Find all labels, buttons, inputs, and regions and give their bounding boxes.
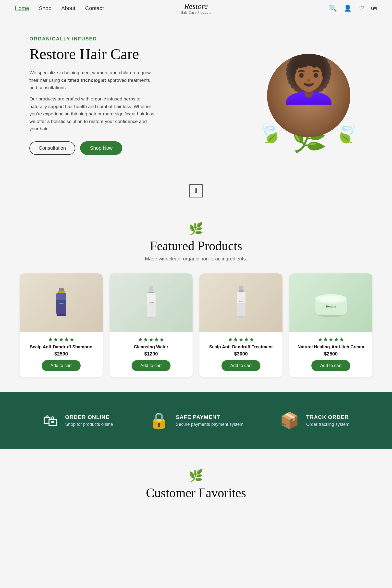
search-icon[interactable]: 🔍: [329, 4, 337, 12]
add-to-cart-2[interactable]: Add to cart: [222, 360, 260, 371]
svg-rect-6: [150, 286, 153, 292]
safe-payment-icon: 🔒: [149, 411, 169, 430]
trust-item-payment: 🔒 SAFE PAYMENT Secure payments payment s…: [149, 411, 243, 430]
bag-icon[interactable]: 🛍: [371, 4, 377, 12]
svg-rect-9: [147, 293, 156, 303]
product-image-shampoo: Restore: [20, 274, 103, 332]
navbar: Home Shop About Contact Restore Hair Car…: [0, 0, 392, 16]
track-order-title: TRACK ORDER: [306, 414, 349, 420]
order-online-icon: 🛍: [43, 412, 58, 430]
svg-rect-13: [239, 286, 243, 290]
hero-desc2: Our products are crafted with organic in…: [30, 95, 157, 132]
hero-buttons: Consultation Shop Now: [30, 141, 157, 155]
product-stars-0: ★★★★★: [48, 336, 75, 343]
hero-section: ORGANICALLY INFUSED Restore Hair Care We…: [0, 16, 392, 174]
product-price-0: $2500: [54, 351, 68, 357]
nav-about[interactable]: About: [61, 5, 76, 12]
site-logo: Restore Hair Care Products: [180, 2, 211, 15]
product-price-2: $3000: [234, 351, 248, 357]
hero-text: ORGANICALLY INFUSED Restore Hair Care We…: [30, 36, 157, 155]
treatment-bottle-svg: Restore: [231, 283, 251, 322]
heart-icon[interactable]: ♡: [358, 4, 364, 12]
product-name-3: Natural Healing-Anti-Itch Cream: [294, 344, 367, 350]
shampoo-bottle-svg: Restore: [52, 283, 71, 322]
product-card-shampoo: Restore ★★★★★ Scalp Anti-Dandruff Shampo…: [20, 274, 103, 377]
fav-leaf-icon: 🌿: [20, 469, 372, 483]
svg-point-18: [237, 316, 246, 318]
scroll-arrow[interactable]: ⬇: [0, 174, 392, 207]
svg-point-12: [147, 316, 156, 318]
product-image-cream: Restore: [289, 274, 372, 332]
safe-payment-title: SAFE PAYMENT: [176, 414, 243, 420]
cream-jar-svg: Restore: [312, 283, 350, 322]
add-to-cart-0[interactable]: Add to cart: [42, 360, 80, 371]
track-order-icon: 📦: [280, 411, 300, 430]
products-grid: Restore ★★★★★ Scalp Anti-Dandruff Shampo…: [20, 274, 372, 377]
track-order-sub: Order tracking system: [306, 422, 349, 427]
svg-rect-2: [56, 293, 66, 300]
cleansing-bottle-svg: Cleansing Water: [141, 281, 161, 325]
product-price-1: $1200: [144, 351, 158, 357]
svg-text:Restore: Restore: [239, 300, 243, 302]
customer-favorites-section: 🌿 Customer Favorites: [0, 449, 392, 514]
consultation-button[interactable]: Consultation: [30, 141, 75, 155]
user-icon[interactable]: 👤: [344, 4, 352, 12]
fav-title: Customer Favorites: [20, 486, 372, 500]
order-online-text: ORDER ONLINE Shop for products online: [65, 414, 113, 427]
product-stars-1: ★★★★★: [138, 336, 165, 343]
svg-text:Water: Water: [150, 304, 153, 306]
svg-rect-14: [239, 290, 244, 292]
add-to-cart-1[interactable]: Add to cart: [132, 360, 170, 371]
add-to-cart-3[interactable]: Add to cart: [312, 360, 350, 371]
nav-home[interactable]: Home: [15, 5, 29, 12]
product-stars-3: ★★★★★: [318, 336, 344, 343]
trust-banner: 🛍 ORDER ONLINE Shop for products online …: [0, 392, 392, 449]
shop-now-button[interactable]: Shop Now: [80, 141, 122, 155]
product-name-0: Scalp Anti-Dandruff Shampoo: [27, 344, 95, 350]
svg-rect-5: [59, 288, 64, 291]
hero-title: Restore Hair Care: [30, 46, 157, 62]
safe-payment-text: SAFE PAYMENT Secure payments payment sys…: [176, 414, 243, 427]
svg-text:Cleansing: Cleansing: [149, 302, 154, 303]
section-header: 🌿 Featured Products Made with clean, org…: [20, 222, 372, 262]
nav-links: Home Shop About Contact: [15, 5, 104, 12]
logo-name: Restore: [180, 2, 211, 11]
featured-subtitle: Made with clean, organic non-toxic ingre…: [20, 256, 372, 262]
svg-text:Restore: Restore: [59, 303, 64, 304]
product-image-cleansing: Cleansing Water: [110, 274, 192, 332]
product-image-treatment: Restore: [200, 274, 282, 332]
nav-shop[interactable]: Shop: [39, 5, 52, 12]
track-order-text: TRACK ORDER Order tracking system: [306, 414, 349, 427]
product-stars-2: ★★★★★: [228, 336, 254, 343]
hero-image: 👩🏾‍🦱 🌿 🍃 🍃: [157, 37, 362, 154]
product-name-1: Cleansing Water: [131, 344, 171, 350]
product-card-cleansing: Cleansing Water ★★★★★ Cleansing Water $1…: [110, 274, 192, 377]
hero-tag: ORGANICALLY INFUSED: [30, 36, 157, 42]
svg-point-23: [319, 296, 343, 302]
featured-title: Featured Products: [20, 239, 372, 253]
nav-icons: 🔍 👤 ♡ 🛍: [329, 4, 377, 12]
product-card-cream: Restore ★★★★★ Natural Healing-Anti-Itch …: [289, 274, 372, 377]
section-leaf-icon: 🌿: [20, 222, 372, 236]
featured-section: 🌿 Featured Products Made with clean, org…: [0, 207, 392, 392]
logo-tagline: Hair Care Products: [180, 11, 211, 15]
svg-point-4: [56, 314, 66, 316]
product-price-3: $2500: [324, 351, 338, 357]
nav-contact[interactable]: Contact: [85, 5, 104, 12]
svg-rect-7: [148, 292, 154, 293]
product-card-treatment: Restore ★★★★★ Scalp Anti-Dandruff Treatm…: [200, 274, 282, 377]
trust-item-track: 📦 TRACK ORDER Order tracking system: [280, 411, 349, 430]
fav-header: 🌿 Customer Favorites: [20, 469, 372, 500]
hero-desc1: We specialize in helping men, women, and…: [30, 69, 157, 92]
scroll-down-icon[interactable]: ⬇: [190, 184, 202, 198]
order-online-sub: Shop for products online: [65, 422, 113, 427]
product-name-2: Scalp Anti-Dandruff Treatment: [206, 344, 276, 350]
safe-payment-sub: Secure payments payment system: [176, 422, 243, 427]
order-online-title: ORDER ONLINE: [65, 414, 113, 420]
svg-text:Restore: Restore: [326, 305, 336, 308]
trust-item-order: 🛍 ORDER ONLINE Shop for products online: [43, 412, 113, 430]
